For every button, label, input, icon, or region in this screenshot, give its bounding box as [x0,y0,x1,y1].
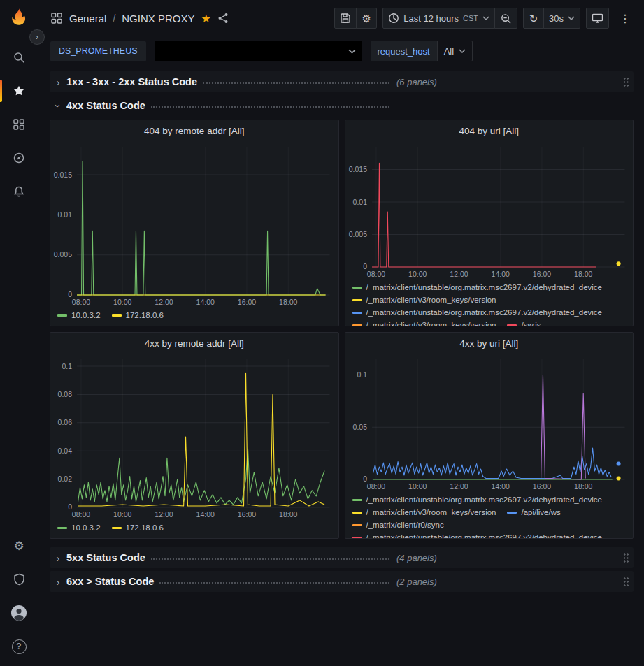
svg-text:16:00: 16:00 [238,298,256,306]
breadcrumb: General / NGINX PROXY ★ [50,12,229,25]
row-title: 1xx - 3xx - 2xx Status Code [66,76,197,87]
panel-header[interactable]: 4xx by remote addr [All] [50,333,338,354]
legend-item[interactable]: /_matrix/client/unstable/org.matrix.msc2… [352,493,603,506]
sidebar-item-server-admin[interactable] [0,565,38,593]
sidebar-item-help[interactable]: ? [0,632,38,660]
sidebar-item-configuration[interactable]: ⚙ [0,532,38,560]
legend-label: /_matrix/client/v3/room_keys/version [366,294,496,306]
timeseries-chart[interactable]: 08:0010:0012:0014:0016:0018:0000.0050.01… [345,141,634,281]
host-variable-select[interactable] [155,41,362,61]
breadcrumb-section[interactable]: General [69,13,106,24]
dashboard-title[interactable]: NGINX PROXY [122,13,194,24]
svg-text:0.04: 0.04 [58,447,73,455]
refresh-button[interactable]: ↻ [523,8,544,29]
legend-item[interactable]: /_matrix/client/unstable/org.matrix.msc2… [352,306,603,319]
tv-mode-button[interactable] [586,8,609,29]
gear-icon: ⚙ [362,13,371,24]
panel-4xx-by-uri-all: 4xx by uri [All] 08:0010:0012:0014:0016:… [345,332,634,539]
legend-item[interactable]: /_matrix/client/v3/room_keys/version [352,294,496,306]
panel-legend: 10.0.3.2172.18.0.6 [50,521,338,534]
panels-grid: 404 by remote addr [All] 08:0010:0012:00… [50,120,634,539]
favorite-star-icon[interactable]: ★ [201,12,210,25]
timeseries-chart[interactable]: 08:0010:0012:0014:0016:0018:0000.020.040… [50,354,338,521]
svg-text:08:00: 08:00 [366,270,385,278]
row-1xx-3xx-2xx-status-code[interactable]: 1xx - 3xx - 2xx Status Code (6 panels) [50,71,634,92]
svg-text:18:00: 18:00 [574,270,592,278]
sidebar-item-alerting[interactable] [0,178,38,205]
legend-label: 10.0.3.2 [71,521,101,534]
timeseries-chart[interactable]: 08:0010:0012:0014:0016:0018:0000.050.1 [345,354,634,493]
row-drag-handle[interactable] [623,577,629,587]
row-6xx-status-code[interactable]: 6xx > Status Code (2 panels) [50,571,634,592]
svg-text:14:00: 14:00 [196,298,215,306]
svg-text:18:00: 18:00 [279,510,297,519]
request-host-value: All [444,46,454,57]
help-icon: ? [12,639,27,654]
row-drag-handle[interactable] [623,77,629,87]
request-host-label: request_host [371,41,437,61]
gear-icon: ⚙ [13,540,24,552]
time-range-picker[interactable]: Last 12 hours CST [382,8,495,29]
legend-item[interactable]: 10.0.3.2 [57,309,101,321]
refresh-interval-picker[interactable]: 30s [543,8,580,29]
panel-legend: 10.0.3.2172.18.0.6 [50,309,338,321]
legend-label: /api/live/ws [521,506,560,519]
dotted-leader [203,82,389,84]
row-title: 4xx Status Code [66,100,145,111]
legend-label: 172.18.0.6 [126,521,164,534]
dashboard-settings-button[interactable]: ⚙ [356,8,377,29]
zoom-out-icon [500,13,512,24]
legend-item[interactable]: /sw.js [507,319,541,326]
panel-title: 404 by remote addr [All] [144,126,244,136]
sidebar-item-explore[interactable] [0,144,38,172]
svg-text:0.015: 0.015 [348,165,366,173]
sidebar-item-search[interactable] [0,43,38,71]
chevron-down-icon [482,16,489,20]
panel-404-by-remote-addr-all: 404 by remote addr [All] 08:0010:0012:00… [50,120,339,326]
legend-item[interactable]: /_matrix/client/r0/sync [352,519,444,531]
zoom-out-time-button[interactable] [494,8,517,29]
legend-item[interactable]: 172.18.0.6 [112,309,164,321]
svg-text:10:00: 10:00 [408,482,427,491]
top-bar: General / NGINX PROXY ★ ⚙ [38,0,644,36]
legend-label: /_matrix/client/unstable/org.matrix.msc2… [366,281,603,294]
svg-text:0: 0 [363,475,367,484]
legend-item[interactable]: 172.18.0.6 [112,521,164,534]
grafana-logo-icon[interactable] [8,7,29,28]
svg-text:0.015: 0.015 [54,171,72,179]
legend-item[interactable]: /_matrix/client/v3/room_keys/version [352,319,496,326]
svg-text:10:00: 10:00 [113,510,131,519]
panel-4xx-by-remote-addr-all: 4xx by remote addr [All] 08:0010:0012:00… [50,332,339,539]
legend-item[interactable]: /_matrix/client/unstable/org.matrix.msc2… [352,531,603,538]
row-4xx-status-code[interactable]: 4xx Status Code [50,95,634,116]
sidebar-item-dashboards[interactable] [0,110,38,138]
legend-item[interactable]: /api/live/ws [507,506,560,519]
datasource-variable[interactable]: DS_PROMETHEUS [50,41,146,61]
row-5xx-status-code[interactable]: 5xx Status Code (4 panels) [50,547,634,568]
panel-header[interactable]: 404 by remote addr [All] [50,120,338,141]
panel-header[interactable]: 404 by uri [All] [345,120,634,141]
legend-item[interactable]: /_matrix/client/v3/room_keys/version [352,506,496,519]
sidebar: › ⚙ ? [0,0,38,666]
grafana-app: › ⚙ ? [0,0,644,666]
legend-label: 10.0.3.2 [71,309,101,321]
chevron-down-icon [459,49,466,53]
sidebar-expand-button[interactable]: › [29,29,45,45]
request-host-value-select[interactable]: All [437,41,473,61]
panel-header[interactable]: 4xx by uri [All] [345,333,634,354]
sidebar-item-profile[interactable] [0,599,38,627]
legend-swatch [352,287,362,289]
legend-item[interactable]: /_matrix/client/unstable/org.matrix.msc2… [352,281,603,294]
save-dashboard-button[interactable] [334,8,357,29]
row-drag-handle[interactable] [623,553,629,563]
sidebar-item-starred[interactable] [0,77,38,105]
more-options-button[interactable]: ⋮ [615,8,636,29]
svg-text:08:00: 08:00 [72,298,90,306]
chevron-right-icon [52,77,64,87]
svg-text:0: 0 [363,263,367,271]
row-panel-count: (4 panels) [396,553,437,563]
svg-text:12:00: 12:00 [155,510,173,519]
legend-item[interactable]: 10.0.3.2 [57,521,101,534]
timeseries-chart[interactable]: 08:0010:0012:0014:0016:0018:0000.0050.01… [50,141,338,309]
share-icon[interactable] [217,13,229,24]
